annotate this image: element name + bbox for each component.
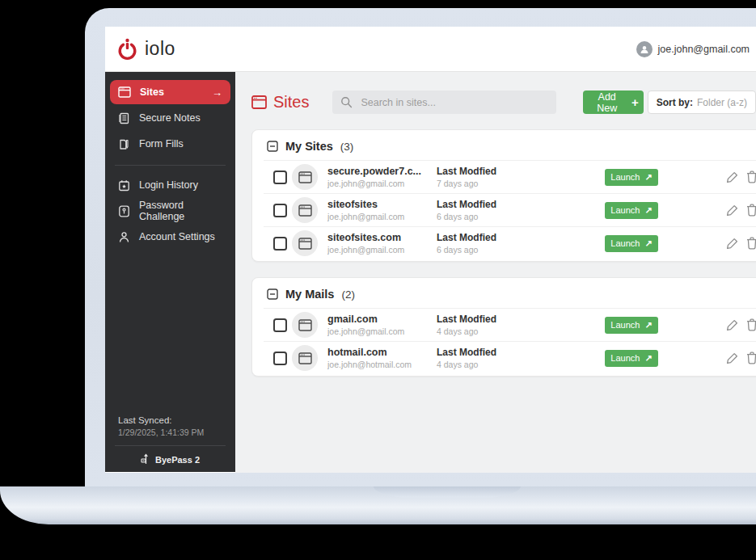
last-synced: Last Synced: 1/29/2025, 1:41:39 PM [105, 415, 235, 445]
launch-label: Launch [610, 353, 640, 363]
pencil-icon [726, 318, 739, 331]
trash-icon [746, 204, 756, 217]
search-input[interactable] [359, 96, 548, 109]
site-row: hotmail.com joe.john@hotmail.com Last Mo… [264, 341, 756, 374]
user-account[interactable]: joe.john@gmail.com [636, 41, 750, 57]
sidebar-divider [115, 165, 226, 166]
pencil-icon [726, 352, 739, 364]
app-window: iolo joe.john@gmail.com [105, 27, 756, 473]
add-new-label: Add New [588, 91, 625, 114]
launch-button[interactable]: Launch ↗ [605, 169, 658, 186]
delete-button[interactable] [746, 204, 756, 217]
launch-label: Launch [610, 205, 640, 215]
modified-ago: 6 days ago [437, 245, 513, 255]
modified-ago: 4 days ago [437, 326, 513, 336]
byepass-app-name: ByePass 2 [155, 455, 200, 465]
pencil-icon [726, 204, 739, 217]
launch-button[interactable]: Launch ↗ [605, 235, 658, 252]
launch-arrow-icon: ↗ [644, 353, 652, 364]
person-icon [118, 231, 130, 243]
launch-button[interactable]: Launch ↗ [605, 317, 658, 334]
site-username: joe.john@gmail.com [327, 212, 426, 221]
modified-label: Last Modfied [437, 314, 513, 325]
sidebar-item-label: Secure Notes [139, 112, 201, 124]
launch-label: Launch [610, 172, 640, 182]
sidebar-item-account-settings[interactable]: Account Settings [110, 225, 230, 249]
row-checkbox[interactable] [273, 171, 287, 184]
modified-label: Last Modfied [437, 232, 513, 243]
search-icon [340, 96, 353, 108]
sidebar: Sites → Secure Notes [105, 72, 235, 472]
pencil-icon [726, 237, 739, 250]
trash-icon [746, 171, 756, 183]
edit-button[interactable] [726, 352, 739, 364]
browser-window-icon [298, 238, 312, 250]
site-avatar [292, 230, 318, 256]
sidebar-item-sites[interactable]: Sites → [110, 80, 230, 104]
sidebar-item-login-history[interactable]: Login History [110, 173, 230, 197]
site-avatar [292, 164, 318, 190]
launch-button[interactable]: Launch ↗ [605, 202, 658, 219]
group-count: (2) [341, 288, 355, 301]
collapse-icon[interactable] [267, 288, 278, 300]
power-icon [116, 37, 138, 61]
user-email: joe.john@gmail.com [658, 44, 750, 55]
row-checkbox[interactable] [273, 352, 287, 365]
last-synced-value: 1/29/2025, 1:41:39 PM [118, 427, 222, 437]
launch-arrow-icon: ↗ [644, 172, 652, 183]
delete-button[interactable] [746, 171, 756, 183]
trash-icon [746, 318, 756, 331]
search-box[interactable] [332, 91, 556, 114]
launch-arrow-icon: ↗ [644, 238, 652, 249]
edit-button[interactable] [726, 171, 739, 183]
site-row: gmail.com joe.john@gmail.com Last Modfie… [264, 308, 756, 341]
sidebar-item-label: Form Fills [139, 138, 184, 149]
edit-button[interactable] [726, 204, 739, 217]
launch-arrow-icon: ↗ [644, 205, 652, 216]
page-title-text: Sites [273, 93, 309, 112]
site-username: joe.john@gmail.com [327, 245, 426, 255]
group-count: (3) [340, 141, 354, 153]
site-name: siteofsites [327, 199, 426, 210]
trash-icon [746, 237, 756, 250]
row-checkbox[interactable] [273, 204, 287, 217]
group-card-my-sites: My Sites (3) secure.powder7.c... [251, 129, 756, 262]
site-username: joe.john@hotmail.com [327, 360, 426, 369]
browser-window-icon [298, 171, 312, 183]
sidebar-item-password-challenge[interactable]: Password Challenge [110, 199, 230, 223]
launch-button[interactable]: Launch ↗ [605, 350, 658, 367]
site-avatar [292, 197, 318, 223]
browser-window-icon [118, 86, 131, 98]
delete-button[interactable] [746, 352, 756, 364]
edit-button[interactable] [726, 237, 739, 250]
browser-window-icon [298, 319, 312, 331]
site-avatar [292, 312, 318, 338]
sort-selected-value: Folder (a-z) [697, 97, 747, 108]
row-checkbox[interactable] [273, 237, 287, 251]
edit-button[interactable] [726, 318, 739, 331]
site-row: siteofsites.com joe.john@gmail.com Last … [264, 226, 756, 259]
plus-icon: + [631, 95, 639, 109]
modified-label: Last Modfied [437, 347, 513, 358]
top-bar: iolo joe.john@gmail.com [105, 27, 756, 72]
sidebar-item-secure-notes[interactable]: Secure Notes [110, 106, 230, 130]
row-checkbox[interactable] [273, 318, 287, 332]
sidebar-item-form-fills[interactable]: Form Fills [110, 132, 230, 156]
collapse-icon[interactable] [267, 141, 278, 152]
group-card-my-mails: My Mails (2) gmail.com [251, 277, 756, 377]
note-icon [118, 112, 130, 124]
browser-window-icon [298, 204, 312, 217]
group-name: My Mails [285, 288, 334, 301]
sort-dropdown[interactable]: Sort by: Folder (a-z) [648, 91, 756, 114]
delete-button[interactable] [746, 237, 756, 250]
add-new-button[interactable]: Add New + [583, 91, 643, 114]
sidebar-item-label: Login History [139, 179, 198, 191]
site-row: siteofsites joe.john@gmail.com Last Modf… [264, 193, 756, 226]
iolo-logo: iolo [116, 37, 175, 61]
laptop-base [0, 486, 756, 524]
main-header: Sites Add New + Sort by: [251, 91, 756, 114]
site-name: hotmail.com [327, 347, 426, 358]
modified-label: Last Modfied [437, 199, 513, 210]
delete-button[interactable] [746, 318, 756, 331]
laptop-base-notch [374, 486, 521, 499]
